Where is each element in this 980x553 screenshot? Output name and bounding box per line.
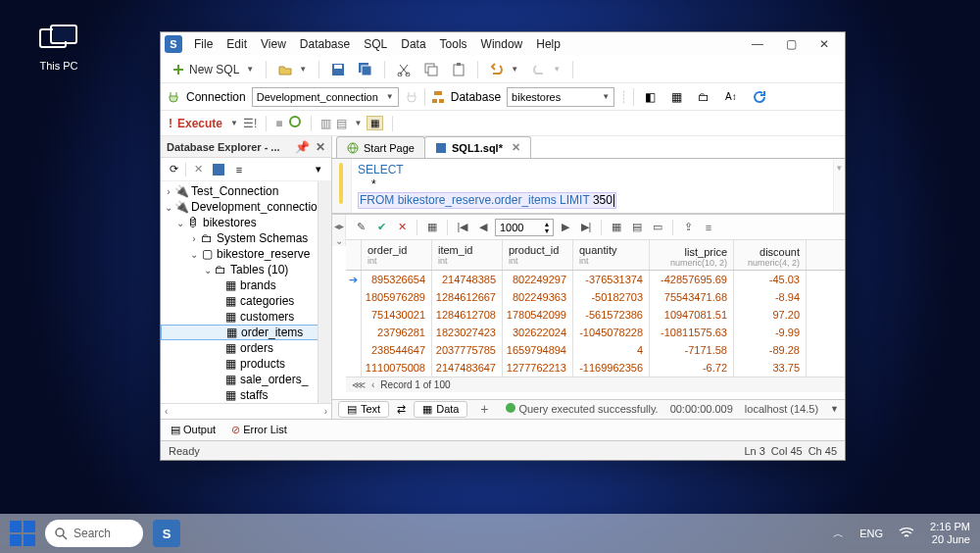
col-item-id[interactable]: item_idint bbox=[432, 240, 503, 270]
stop-icon[interactable]: ■ bbox=[275, 117, 282, 130]
tree-node-table[interactable]: ▦staffs bbox=[161, 387, 331, 403]
transaction-refresh-icon[interactable] bbox=[288, 115, 302, 131]
cut-button[interactable] bbox=[392, 59, 416, 80]
tree-node-table-selected[interactable]: ▦order_items bbox=[161, 325, 331, 340]
result-tab-data[interactable]: ▦ Data bbox=[414, 401, 467, 418]
close-icon[interactable]: ✕ bbox=[316, 140, 325, 154]
edit-icon[interactable]: ✎ bbox=[352, 219, 369, 236]
taskbar-app-icon[interactable]: S bbox=[153, 520, 180, 547]
tab-start-page[interactable]: Start Page bbox=[336, 136, 425, 158]
redo-button[interactable]: ▼ bbox=[527, 59, 565, 80]
cancel-icon[interactable]: ✕ bbox=[393, 219, 411, 236]
tree-node-table[interactable]: ▦categories bbox=[161, 293, 331, 309]
tree-scrollbar[interactable] bbox=[318, 181, 331, 403]
tree-node-table[interactable]: ▦orders bbox=[161, 340, 331, 356]
wifi-icon[interactable] bbox=[899, 527, 914, 540]
col-discount[interactable]: discountnumeric(4, 2) bbox=[734, 240, 807, 270]
pin-icon[interactable]: 📌 bbox=[295, 140, 310, 154]
view-table-icon[interactable]: ▦ bbox=[608, 219, 625, 236]
swap-icon[interactable]: ⇄ bbox=[397, 403, 406, 416]
tree-node-connection[interactable]: ›🔌Test_Connection bbox=[161, 183, 331, 199]
chevron-down-icon[interactable]: ▼ bbox=[830, 404, 839, 414]
menu-database[interactable]: Database bbox=[294, 35, 356, 53]
page-size-input[interactable]: 1000▴▾ bbox=[495, 219, 554, 236]
tray-chevron-icon[interactable]: ︿ bbox=[833, 527, 844, 541]
tree-node-table[interactable]: ▦customers bbox=[161, 309, 331, 325]
add-tab-button[interactable]: + bbox=[475, 401, 493, 417]
tool-icon-3[interactable]: 🗀 bbox=[693, 86, 714, 108]
new-sql-button[interactable]: New SQL ▼ bbox=[167, 59, 259, 80]
collapse-icon[interactable]: ▾ bbox=[310, 161, 327, 178]
start-button[interactable] bbox=[10, 521, 35, 546]
connection-select[interactable]: Development_connection▼ bbox=[252, 87, 399, 107]
sql-editor[interactable]: ▾ SELECT * FROM bikestore_reserve.order_… bbox=[332, 159, 845, 214]
tree-node-folder[interactable]: ›🗀System Schemas bbox=[161, 230, 331, 246]
tab-close-icon[interactable]: ✕ bbox=[512, 141, 520, 154]
desktop-this-pc[interactable]: This PC bbox=[29, 25, 88, 72]
save-button[interactable] bbox=[326, 59, 350, 80]
col-list-price[interactable]: list_pricenumeric(10, 2) bbox=[650, 240, 734, 270]
export-icon[interactable]: ⇪ bbox=[679, 219, 697, 236]
menu-help[interactable]: Help bbox=[530, 35, 566, 53]
nav-prev-icon[interactable]: ◀ bbox=[474, 219, 492, 236]
view-text-icon[interactable]: ▭ bbox=[649, 219, 666, 236]
window-minimize-button[interactable]: — bbox=[741, 33, 774, 55]
open-button[interactable]: ▼ bbox=[273, 59, 312, 80]
error-list-tab[interactable]: ⊘ Error List bbox=[231, 424, 287, 436]
table-row[interactable]: 75143002112846127081780542099-5615723861… bbox=[346, 306, 845, 324]
menu-tools[interactable]: Tools bbox=[434, 35, 473, 53]
taskbar-clock[interactable]: 2:16 PM 20 June bbox=[930, 521, 970, 546]
undo-button[interactable]: ▼ bbox=[485, 59, 523, 80]
plug-new-icon[interactable] bbox=[405, 90, 418, 104]
database-select[interactable]: bikestores▼ bbox=[507, 87, 614, 107]
col-product-id[interactable]: product_idint bbox=[503, 240, 573, 270]
execute-options-icon[interactable]: ☰! bbox=[243, 117, 257, 130]
nav-next-icon[interactable]: ▶ bbox=[557, 219, 574, 236]
execute-button[interactable]: Execute bbox=[177, 117, 222, 130]
window-close-button[interactable]: ✕ bbox=[808, 33, 841, 55]
tool-icon-1[interactable]: ◧ bbox=[640, 86, 661, 108]
tree-node-connection[interactable]: ⌄🔌Development_connection bbox=[161, 199, 331, 215]
tree-node-table[interactable]: ▦products bbox=[161, 356, 331, 372]
nav-prev-icon[interactable]: ‹ bbox=[371, 379, 374, 390]
tab-sql-file[interactable]: SQL1.sql* ✕ bbox=[424, 136, 531, 158]
output-panel-tab[interactable]: ▤ Output bbox=[171, 424, 216, 436]
menu-data[interactable]: Data bbox=[395, 35, 431, 53]
settings-icon[interactable]: ≡ bbox=[700, 219, 717, 236]
tree-node-table[interactable]: ▦sale_orders_ bbox=[161, 372, 331, 387]
menu-edit[interactable]: Edit bbox=[220, 35, 253, 53]
window-maximize-button[interactable]: ▢ bbox=[774, 33, 808, 55]
result-tab-text[interactable]: ▤ Text bbox=[338, 401, 389, 418]
commit-icon[interactable]: ▥ bbox=[320, 117, 331, 130]
menu-sql[interactable]: SQL bbox=[358, 35, 393, 53]
table-row[interactable]: 237962811823027423302622024-1045078228-1… bbox=[346, 324, 845, 341]
tree-node-schema[interactable]: ⌄▢bikestore_reserve bbox=[161, 246, 331, 262]
col-order-id[interactable]: order_idint bbox=[362, 240, 432, 270]
tree-node-folder[interactable]: ⌄🗀Tables (10) bbox=[161, 262, 331, 277]
chevron-down-icon[interactable]: ▼ bbox=[230, 119, 238, 127]
refresh-button[interactable] bbox=[748, 86, 771, 108]
table-row[interactable]: 111007500821474836471277762213-116996235… bbox=[346, 359, 845, 377]
table-row[interactable]: 238544647203777578516597948944-7171.58-8… bbox=[346, 341, 845, 359]
nav-first-icon[interactable]: |◀ bbox=[454, 219, 471, 236]
tree-hscroll[interactable]: ‹› bbox=[161, 403, 331, 419]
menu-window[interactable]: Window bbox=[475, 35, 529, 53]
view-form-icon[interactable]: ▤ bbox=[628, 219, 646, 236]
table-row[interactable]: 18059762891284612667802249363-5018270375… bbox=[346, 288, 845, 306]
tool-icon-2[interactable]: ▦ bbox=[666, 86, 687, 108]
tray-language[interactable]: ENG bbox=[859, 528, 883, 539]
grid-body[interactable]: ➔895326654214748385802249297-376531374-4… bbox=[346, 271, 845, 377]
tree-node-table[interactable]: ▦brands bbox=[161, 277, 331, 293]
nav-last-icon[interactable]: ▶| bbox=[577, 219, 595, 236]
settings-icon[interactable]: ≡ bbox=[230, 161, 248, 178]
database-tree[interactable]: ›🔌Test_Connection ⌄🔌Development_connecti… bbox=[161, 181, 331, 403]
refresh-icon[interactable]: ⟳ bbox=[165, 161, 182, 178]
tx-mode-icon[interactable]: ▦ bbox=[367, 116, 383, 130]
save-all-button[interactable] bbox=[354, 59, 377, 80]
paste-button[interactable] bbox=[447, 59, 470, 80]
nav-first-icon[interactable]: ⋘ bbox=[352, 379, 366, 390]
copy-button[interactable] bbox=[419, 59, 443, 80]
menu-view[interactable]: View bbox=[255, 35, 292, 53]
chevron-down-icon[interactable]: ▼ bbox=[355, 119, 363, 127]
save-view-icon[interactable] bbox=[210, 161, 227, 178]
